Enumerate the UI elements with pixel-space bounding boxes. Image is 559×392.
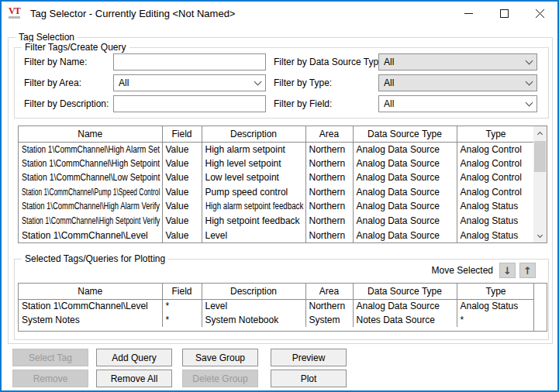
- remove-all-button[interactable]: Remove All: [96, 370, 172, 387]
- arrow-down-icon: ↓: [503, 265, 512, 277]
- filter-by-data-source-type-select[interactable]: All: [378, 53, 537, 70]
- scroll-down-button[interactable]: [533, 229, 547, 242]
- table-cell[interactable]: Northern: [305, 228, 353, 242]
- chevron-down-icon: [526, 77, 533, 85]
- table-cell[interactable]: Station 1\CommChannel\High Alarm Verify: [19, 199, 162, 214]
- tag-table-row[interactable]: Station 1\CommChannel\LevelValueLevelNor…: [19, 228, 535, 242]
- table-cell[interactable]: Level: [202, 299, 305, 313]
- tag-table-row[interactable]: Station 1\CommChannel\High Alarm VerifyV…: [19, 199, 535, 214]
- scroll-up-button[interactable]: [533, 126, 547, 139]
- scrollbar-thumb[interactable]: [534, 141, 546, 172]
- vtscada-logo-icon: VT: [9, 6, 26, 20]
- tag-table-header-row: NameFieldDescriptionAreaData Source Type…: [19, 126, 535, 142]
- table-cell[interactable]: Notes Data Source: [353, 313, 457, 327]
- vtscada-logo-text: VT: [9, 6, 20, 15]
- table-cell[interactable]: *: [457, 313, 535, 327]
- move-down-button[interactable]: ↓: [499, 263, 516, 278]
- table-cell[interactable]: Analog Control: [457, 170, 535, 185]
- table-cell[interactable]: Analog Data Source: [353, 214, 457, 229]
- filter-by-type-select[interactable]: All: [378, 74, 537, 91]
- table-cell[interactable]: Value: [162, 199, 202, 214]
- table-cell[interactable]: Northern: [305, 156, 353, 171]
- selected-tags-group-label: Selected Tags/Queries for Plotting: [22, 253, 168, 264]
- filter-by-field-value: All: [384, 98, 526, 109]
- table-cell[interactable]: Value: [162, 156, 202, 171]
- chevron-down-icon: [526, 98, 533, 106]
- table-cell[interactable]: Station 1\CommChannel\Pump 1\Speed Contr…: [19, 185, 162, 200]
- minimize-button[interactable]: [450, 2, 486, 25]
- table-cell[interactable]: Analog Data Source: [353, 199, 457, 214]
- table-cell[interactable]: Northern: [305, 214, 353, 229]
- table-cell[interactable]: *: [162, 313, 202, 327]
- table-cell[interactable]: Station 1\CommChannel\High Setpoint Veri…: [19, 214, 162, 229]
- table-cell[interactable]: System Notes: [19, 313, 162, 327]
- table-cell[interactable]: Analog Data Source: [353, 170, 457, 185]
- table-cell[interactable]: *: [162, 299, 202, 313]
- close-button[interactable]: [522, 2, 557, 25]
- move-selected-label: Move Selected: [432, 265, 493, 276]
- table-cell[interactable]: Value: [162, 170, 202, 185]
- table-cell[interactable]: Northern: [305, 142, 353, 156]
- table-cell[interactable]: Value: [162, 142, 202, 156]
- filter-by-field-select[interactable]: All: [378, 95, 537, 112]
- move-up-button[interactable]: ↑: [519, 263, 536, 278]
- table-cell[interactable]: Station 1\CommChannel\Level: [19, 228, 162, 242]
- tag-table-row[interactable]: Station 1\CommChannel\High SetpointValue…: [19, 156, 535, 171]
- table-cell[interactable]: Northern: [305, 199, 353, 214]
- selected-table-row[interactable]: Station 1\CommChannel\Level*LevelNorther…: [19, 299, 535, 313]
- table-cell[interactable]: Station 1\CommChannel\Level: [19, 299, 162, 313]
- table-cell[interactable]: Station 1\CommChannel\Low Setpoint: [19, 170, 162, 185]
- filter-by-description-input[interactable]: [113, 95, 266, 112]
- table-cell[interactable]: Analog Control: [457, 156, 535, 171]
- filter-by-data-source-type-value: All: [384, 57, 526, 67]
- table-cell[interactable]: Station 1\CommChannel\High Alarm Set: [19, 142, 162, 156]
- move-selected-controls: Move Selected ↓ ↑: [432, 263, 536, 278]
- table-cell[interactable]: Analog Status: [457, 199, 535, 214]
- table-cell[interactable]: Analog Status: [457, 214, 535, 229]
- table-cell[interactable]: Low level setpoint: [202, 170, 305, 185]
- table-cell[interactable]: Analog Data Source: [353, 228, 457, 242]
- table-cell[interactable]: System Notebook: [202, 313, 305, 327]
- table-cell[interactable]: High alarm setpoint: [202, 142, 305, 156]
- table-cell[interactable]: High alarm setpoint feedback: [202, 199, 305, 214]
- preview-button[interactable]: Preview: [271, 349, 347, 366]
- table-cell[interactable]: Analog Control: [457, 142, 535, 156]
- save-group-button[interactable]: Save Group: [182, 349, 258, 366]
- table-cell[interactable]: Value: [162, 185, 202, 200]
- tag-table-row[interactable]: Station 1\CommChannel\Pump 1\Speed Contr…: [19, 185, 535, 200]
- table-cell[interactable]: Analog Data Source: [353, 185, 457, 200]
- column-header-type: Type: [457, 126, 535, 142]
- filter-by-name-input[interactable]: [113, 53, 266, 70]
- table-cell[interactable]: Analog Data Source: [353, 156, 457, 171]
- tag-table-row[interactable]: Station 1\CommChannel\High Setpoint Veri…: [19, 214, 535, 229]
- table-cell[interactable]: High setpoint feedback: [202, 214, 305, 229]
- table-cell[interactable]: Station 1\CommChannel\High Setpoint: [19, 156, 162, 171]
- vertical-scrollbar[interactable]: [533, 126, 547, 242]
- table-cell[interactable]: Pump speed control: [202, 185, 305, 200]
- table-cell[interactable]: Analog Status: [457, 228, 535, 242]
- table-cell[interactable]: Analog Data Source: [353, 299, 457, 313]
- column-header-name: Name: [19, 126, 162, 142]
- close-icon: [536, 9, 544, 18]
- table-cell[interactable]: Value: [162, 214, 202, 229]
- arrow-up-icon: ↑: [523, 265, 532, 277]
- plot-button[interactable]: Plot: [271, 370, 347, 387]
- tag-table: NameFieldDescriptionAreaData Source Type…: [18, 126, 547, 243]
- table-cell[interactable]: Analog Data Source: [353, 142, 457, 156]
- filter-by-name-label: Filter by Name:: [24, 53, 87, 70]
- table-cell[interactable]: System: [305, 313, 353, 327]
- tag-table-row[interactable]: Station 1\CommChannel\Low SetpointValueL…: [19, 170, 535, 185]
- selected-table-row[interactable]: System Notes*System NotebookSystemNotes …: [19, 313, 535, 327]
- table-cell[interactable]: Northern: [305, 185, 353, 200]
- table-cell[interactable]: Northern: [305, 170, 353, 185]
- table-cell[interactable]: Analog Status: [457, 299, 535, 313]
- filter-by-area-select[interactable]: All: [113, 74, 266, 91]
- table-cell[interactable]: Analog Control: [457, 185, 535, 200]
- maximize-button[interactable]: [486, 2, 522, 25]
- add-query-button[interactable]: Add Query: [96, 349, 172, 366]
- table-cell[interactable]: Level: [202, 228, 305, 242]
- table-cell[interactable]: Value: [162, 228, 202, 242]
- tag-table-row[interactable]: Station 1\CommChannel\High Alarm SetValu…: [19, 142, 535, 156]
- table-cell[interactable]: Northern: [305, 299, 353, 313]
- table-cell[interactable]: High level setpoint: [202, 156, 305, 171]
